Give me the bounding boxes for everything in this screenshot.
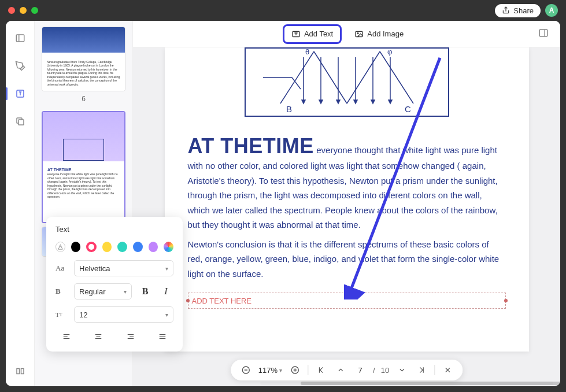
svg-rect-0 (16, 35, 24, 42)
thumbnail-page-6[interactable]: Newton graduated from Trinity College, C… (42, 27, 125, 91)
add-image-label: Add Image (367, 29, 404, 38)
font-weight-label: B (56, 287, 68, 296)
color-swatch-teal[interactable] (117, 242, 127, 252)
font-size-select[interactable]: 12 ▾ (74, 306, 173, 323)
avatar[interactable]: A (545, 4, 558, 17)
left-rail (6, 21, 35, 386)
close-nav-button[interactable] (441, 363, 454, 377)
align-justify-button[interactable] (154, 330, 171, 343)
thumbnail-image: AT THETIME everyone thought that white l… (43, 112, 124, 222)
chevron-down-icon: ▾ (124, 289, 127, 295)
right-panel-toggle-icon[interactable] (538, 28, 551, 40)
close-window-button[interactable] (8, 7, 15, 14)
diagram-label-b: B (286, 104, 292, 114)
font-weight-select[interactable]: Regular ▾ (74, 283, 132, 299)
font-size-label: TT (56, 311, 68, 318)
svg-rect-2 (19, 120, 24, 125)
diagram-label-c: C (405, 104, 411, 114)
next-page-button[interactable] (395, 363, 409, 377)
share-icon (502, 6, 510, 14)
zoom-out-button[interactable] (239, 363, 253, 377)
resize-handle-left[interactable] (186, 299, 190, 302)
prev-page-button[interactable] (334, 363, 347, 377)
bold-button[interactable]: B (138, 284, 153, 299)
highlighter-tool-icon[interactable] (13, 59, 27, 73)
first-page-button[interactable] (314, 363, 328, 377)
bottom-nav: 117% ▾ / 10 (231, 360, 463, 380)
document-scroll[interactable]: θ φ B C AT THETIME everyone thought that… (133, 47, 560, 386)
body-paragraph-2: Newton's conclusion is that it is the di… (188, 237, 506, 282)
thumbnail-page-7[interactable]: AT THETIME everyone thought that white l… (42, 111, 125, 223)
page-separator: / (373, 366, 375, 375)
document-page: θ φ B C AT THETIME everyone thought that… (165, 47, 529, 352)
text-tool-icon[interactable] (13, 87, 27, 101)
horizontal-scrollbar[interactable] (260, 382, 553, 385)
app-window: Share A (0, 0, 566, 392)
add-text-button[interactable]: Add Text (283, 24, 342, 44)
alignment-row (56, 330, 173, 343)
diagram-label-phi: φ (387, 49, 392, 56)
color-swatch-purple[interactable] (149, 242, 158, 252)
align-center-button[interactable] (90, 330, 107, 343)
last-page-button[interactable] (415, 363, 428, 377)
titlebar: Share A (0, 0, 566, 21)
share-button[interactable]: Share (495, 4, 541, 17)
image-icon (354, 29, 364, 39)
text-icon (291, 29, 301, 39)
page-number-input[interactable] (353, 366, 367, 375)
chevron-down-icon: ▾ (279, 367, 282, 373)
copy-tool-icon[interactable] (13, 114, 27, 128)
color-picker-icon[interactable] (56, 242, 65, 252)
text-properties-panel: Text Aa Helvetica ▾ (46, 217, 183, 352)
color-swatch-yellow[interactable] (102, 242, 112, 252)
color-row (56, 242, 173, 252)
thumbnail-label: 6 (42, 95, 125, 103)
book-view-icon[interactable] (13, 364, 27, 378)
svg-point-5 (357, 32, 358, 34)
color-swatch-black[interactable] (71, 242, 81, 252)
thumbnail-image: Newton graduated from Trinity College, C… (42, 27, 125, 91)
panel-title: Text (56, 225, 173, 234)
top-toolbar: Add Text Add Image (133, 21, 560, 47)
font-family-select[interactable]: Helvetica ▾ (74, 260, 173, 276)
align-left-button[interactable] (58, 330, 75, 343)
add-text-field[interactable]: ADD TEXT HERE (188, 293, 506, 309)
italic-button[interactable]: I (158, 284, 173, 299)
add-text-label: Add Text (304, 29, 333, 38)
app-body: Newton graduated from Trinity College, C… (6, 21, 560, 386)
color-swatch-blue[interactable] (133, 242, 143, 252)
traffic-lights (8, 7, 38, 14)
chevron-down-icon: ▾ (165, 265, 168, 272)
chevron-down-icon: ▾ (165, 312, 168, 318)
color-swatch-red[interactable] (86, 242, 96, 252)
share-label: Share (513, 6, 534, 15)
page-total: 10 (381, 366, 389, 375)
maximize-window-button[interactable] (31, 7, 38, 14)
font-family-label: Aa (56, 264, 68, 273)
main-area: Add Text Add Image (133, 21, 560, 386)
resize-handle-right[interactable] (504, 299, 508, 302)
sidebar-toggle-icon[interactable] (13, 31, 27, 45)
diagram-label-theta: θ (305, 49, 309, 56)
svg-rect-6 (539, 29, 547, 36)
zoom-in-button[interactable] (288, 363, 302, 377)
prism-diagram: θ φ B C (245, 47, 449, 117)
align-right-button[interactable] (122, 330, 139, 343)
add-text-placeholder: ADD TEXT HERE (192, 297, 252, 305)
color-swatch-custom[interactable] (164, 242, 173, 252)
minimize-window-button[interactable] (20, 7, 27, 14)
page-heading: AT THETIME (188, 134, 314, 158)
zoom-level[interactable]: 117% ▾ (258, 366, 282, 375)
add-image-button[interactable]: Add Image (347, 25, 410, 43)
